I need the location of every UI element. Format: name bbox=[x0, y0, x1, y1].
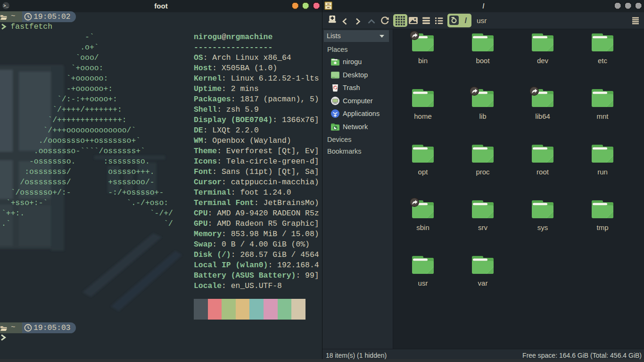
svg-text:>_: >_ bbox=[3, 4, 8, 8]
